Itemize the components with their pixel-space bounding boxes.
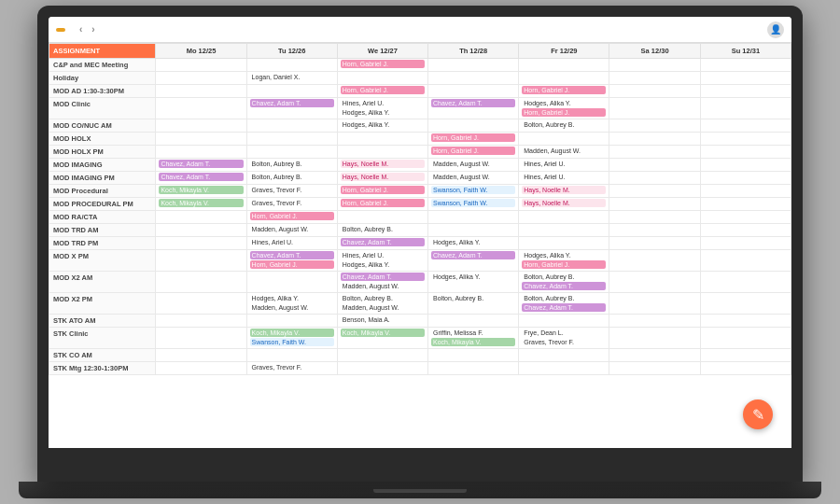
- calendar-cell: Madden, August W.: [428, 172, 519, 185]
- cell-entry: Hines, Ariel U.: [250, 238, 334, 246]
- calendar-cell: [337, 211, 427, 224]
- calendar-cell: [519, 237, 609, 250]
- cell-entry: Horn, Gabriel J.: [341, 86, 425, 94]
- calendar-cell: [700, 119, 791, 133]
- calendar-cell: Hines, Ariel U.Hodges, Alika Y.: [337, 98, 427, 119]
- cell-entry: Hodges, Alika Y.: [431, 273, 515, 281]
- calendar-cell: [246, 272, 337, 293]
- table-row: HolidayLogan, Daniel X.: [49, 72, 791, 85]
- cell-entry: Bolton, Aubrey B.: [250, 173, 334, 181]
- calendar-cell: [609, 349, 700, 362]
- table-row: MOD ProceduralKoch, Mikayla V.Graves, Tr…: [49, 185, 791, 198]
- row-label: STK Mtg 12:30-1:30PM: [49, 362, 156, 375]
- calendar-cell: [609, 237, 700, 250]
- calendar-cell: [428, 362, 519, 375]
- cell-entry: Koch, Mikayla V.: [159, 186, 243, 194]
- calendar-cell: Hodges, Alika Y.: [428, 237, 519, 250]
- calendar-cell: [246, 119, 337, 133]
- prev-month-button[interactable]: ‹: [77, 23, 85, 35]
- calendar-cell: Griffin, Melissa F.Koch, Mikayla V.: [428, 328, 519, 349]
- cell-entry: Horn, Gabriel J.: [431, 133, 515, 142]
- cell-entry: Hodges, Alika Y.: [341, 120, 425, 129]
- row-label: MOD TRD PM: [49, 237, 156, 250]
- cell-entry: Hodges, Alika Y.: [431, 238, 515, 246]
- calendar-cell: [156, 349, 246, 362]
- calendar-cell: [609, 59, 700, 72]
- calendar-cell: [428, 72, 519, 85]
- cell-entry: Bolton, Aubrey B.: [522, 273, 606, 281]
- row-label: MOD AD 1:30-3:30PM: [49, 85, 156, 98]
- calendar-cell: [156, 72, 246, 85]
- next-month-button[interactable]: ›: [89, 23, 97, 35]
- calendar-cell: Graves, Trevor F.: [246, 185, 337, 198]
- calendar-cell: [609, 119, 700, 133]
- calendar-cell: [156, 59, 246, 72]
- calendar-cell: Koch, Mikayla V.: [156, 185, 246, 198]
- row-label: STK Clinic: [49, 328, 156, 349]
- calendar-cell: [156, 293, 246, 315]
- cell-entry: Swanson, Faith W.: [431, 199, 515, 207]
- calendar-cell: [700, 362, 791, 375]
- table-row: MOD AD 1:30-3:30PMHorn, Gabriel J.Horn, …: [49, 85, 791, 98]
- cell-entry: Graves, Trevor F.: [250, 363, 334, 371]
- calendar-cell: Bolton, Aubrey B.: [246, 172, 337, 185]
- row-label: MOD IMAGING PM: [49, 172, 156, 185]
- cell-entry: Graves, Trevor F.: [250, 186, 334, 194]
- calendar-cell: Bolton, Aubrey B.: [519, 119, 609, 133]
- row-label: MOD Procedural: [49, 185, 156, 198]
- calendar-cell: [337, 133, 427, 146]
- calendar-cell: [700, 172, 791, 185]
- table-row: MOD HOLX PMHorn, Gabriel J.Madden, Augus…: [49, 146, 791, 159]
- calendar-cell: Bolton, Aubrey B.Chavez, Adam T.: [519, 272, 609, 293]
- cell-entry: Chavez, Adam T.: [159, 173, 243, 181]
- calendar-cell: Graves, Trevor F.: [246, 198, 337, 211]
- calendar-cell: Madden, August W.: [428, 159, 519, 172]
- calendar-cell: [519, 315, 609, 328]
- day-header-thu: Th 12/28: [428, 44, 519, 59]
- table-row: MOD RA/CTAHorn, Gabriel J.: [49, 211, 791, 224]
- calendar-table-wrapper[interactable]: ASSIGNMENT Mo 12/25 Tu 12/26 We 12/27 Th…: [49, 43, 791, 448]
- calendar-cell: Horn, Gabriel J.: [337, 85, 427, 98]
- calendar-cell: [609, 250, 700, 272]
- cell-entry: Chavez, Adam T.: [341, 238, 425, 246]
- row-label: MOD X2 PM: [49, 293, 156, 315]
- calendar-cell: [156, 85, 246, 98]
- calendar-cell: [156, 211, 246, 224]
- calendar-cell: [428, 224, 519, 237]
- calendar-cell: [700, 293, 791, 315]
- calendar-cell: [246, 85, 337, 98]
- calendar-cell: [428, 211, 519, 224]
- user-avatar[interactable]: 👤: [767, 21, 784, 38]
- day-header-wed: We 12/27: [337, 44, 427, 59]
- calendar-cell: Horn, Gabriel J.: [337, 59, 427, 72]
- cell-entry: Hines, Ariel U.: [341, 251, 425, 259]
- cell-entry: Hays, Noelle M.: [341, 160, 425, 168]
- cell-entry: Horn, Gabriel J.: [522, 108, 606, 117]
- calendar-cell: [700, 159, 791, 172]
- calendar-cell: [337, 146, 427, 159]
- cell-entry: Logan, Daniel X.: [250, 73, 334, 81]
- calendar-cell: [700, 72, 791, 85]
- cell-entry: Koch, Mikayla V.: [431, 338, 515, 346]
- calendar-cell: [700, 185, 791, 198]
- cell-entry: Madden, August W.: [250, 303, 334, 312]
- calendar-cell: [156, 146, 246, 159]
- table-row: MOD ClinicChavez, Adam T.Hines, Ariel U.…: [49, 98, 791, 119]
- row-label: MOD PROCEDURAL PM: [49, 198, 156, 211]
- calendar-cell: Bolton, Aubrey B.Madden, August W.: [337, 293, 427, 315]
- app-header: ‹ › 👤: [49, 17, 791, 43]
- calendar-cell: Hays, Noelle M.: [337, 172, 427, 185]
- row-label: MOD X PM: [49, 250, 156, 272]
- calendar-cell: Horn, Gabriel J.: [246, 211, 337, 224]
- calendar-cell: Hines, Ariel U.: [246, 237, 337, 250]
- calendar-cell: [700, 224, 791, 237]
- table-row: STK ATO AMBenson, Maia A.: [49, 315, 791, 328]
- calendar-cell: [246, 315, 337, 328]
- table-row: STK Mtg 12:30-1:30PMGraves, Trevor F.: [49, 362, 791, 375]
- fab-button[interactable]: ✎: [743, 399, 773, 429]
- cell-entry: Graves, Trevor F.: [250, 199, 334, 207]
- laptop-hinge: [373, 489, 467, 493]
- cell-entry: Horn, Gabriel J.: [250, 212, 334, 220]
- calendar-cell: Horn, Gabriel J.: [428, 146, 519, 159]
- row-label: C&P and MEC Meeting: [49, 59, 156, 72]
